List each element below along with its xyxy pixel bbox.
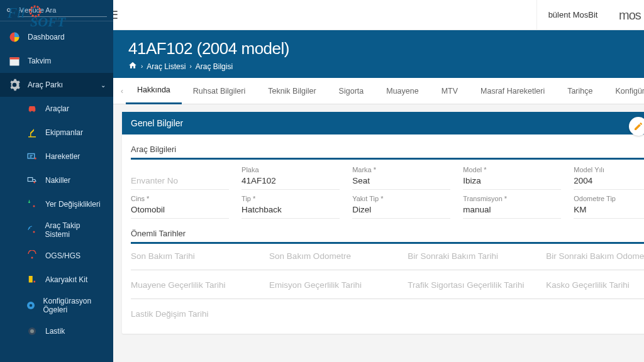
tab-mtv[interactable]: MTV <box>430 78 469 104</box>
sidebar-item-konfigurasyon[interactable]: Konfigürasyon Ögeleri <box>0 292 113 319</box>
sidebar-item-label: Hareketler <box>45 152 80 161</box>
sidebar-item-hareketler[interactable]: Hareketler <box>0 145 113 168</box>
field-value: Ibiza <box>463 175 561 190</box>
sidebar-menu: Dashboard Takvim Araç Parkı ⌄ Araçlar Ek… <box>0 21 113 362</box>
sidebar-item-akaryakit[interactable]: Akaryakıt Kit <box>0 268 113 292</box>
tab-teknik[interactable]: Teknik Bilgiler <box>257 78 327 104</box>
field-value: manual <box>463 204 561 219</box>
sidebar-item-label: Araç Takip Sistemi <box>45 221 106 239</box>
sidebar-item-label: Lastik <box>45 327 65 336</box>
calendar-icon <box>8 54 21 68</box>
field-sonraki-bakim-odom: Bir Sonraki Bakım Odometre <box>546 250 644 265</box>
field-label: Transmisyon * <box>463 195 561 202</box>
field-value: Envanter No <box>131 175 229 190</box>
sidebar-item-arac-takip[interactable]: Araç Takip Sistemi <box>0 216 113 244</box>
svg-text:Fil: Fil <box>8 4 25 21</box>
truck-icon <box>25 173 39 187</box>
field-value: Seat <box>352 175 450 190</box>
sidebar-item-ogs-hgs[interactable]: OGS/HGS <box>0 244 113 268</box>
tab-konfigurasyon[interactable]: Konfigürasyon <box>604 78 644 104</box>
breadcrumb: › Araç Listesi › Araç Bilgisi <box>128 61 644 72</box>
sidebar-item-yer-degisiklikleri[interactable]: Yer Değişiklikleri <box>0 192 113 216</box>
field-kasko: Kasko Geçerlilik Tarihi <box>546 279 644 293</box>
fields-row: Envanter No Plaka 41AF102 Marka * Seat M… <box>131 166 644 190</box>
fields-row: Son Bakım Tarihi Son Bakım Odometre Bir … <box>131 250 644 265</box>
sidebar-item-ekipmanlar[interactable]: Ekipmanlar <box>0 121 113 145</box>
sidebar-item-takvim[interactable]: Takvim <box>0 49 113 73</box>
sidebar-item-label: Konfigürasyon Ögeleri <box>43 297 106 314</box>
sidebar-item-araclar[interactable]: Araçlar <box>0 97 113 121</box>
user-menu[interactable]: bülent MosBit <box>536 0 609 30</box>
tab-sigorta[interactable]: Sigorta <box>328 78 375 104</box>
sidebar-submenu: Araçlar Ekipmanlar Hareketler Nakiller Y… <box>0 97 113 343</box>
pie-chart-icon <box>8 30 21 44</box>
sidebar-item-label: Yer Değişiklikleri <box>45 200 101 209</box>
field-plaka: Plaka 41AF102 <box>242 166 340 190</box>
field-label: Bir Sonraki Bakım Tarihi <box>408 250 533 265</box>
tab-muayene[interactable]: Muayene <box>375 78 430 104</box>
svg-rect-10 <box>29 276 33 283</box>
svg-point-9 <box>31 257 33 259</box>
content: Genel Bilgiler Araç Bilgileri Envanter N… <box>113 104 644 362</box>
svg-point-8 <box>33 231 35 233</box>
sidebar-item-label: Ekipmanlar <box>45 128 83 137</box>
tab-scroll-left[interactable]: ‹ <box>118 87 126 96</box>
field-muayene-gecerlilik: Muayene Geçerlilik Tarihi <box>131 279 257 293</box>
sidebar-item-nakiller[interactable]: Nakiller <box>0 168 113 192</box>
location-swap-icon <box>25 197 39 211</box>
fields-row: Muayene Geçerlilik Tarihi Emisyon Geçerl… <box>131 279 644 293</box>
tab-tarihce[interactable]: Tarihçe <box>556 78 604 104</box>
field-label: Trafik Sigortası Geçerlilik Tarihi <box>408 279 533 293</box>
field-sonraki-bakim-tarihi: Bir Sonraki Bakım Tarihi <box>408 250 533 265</box>
breadcrumb-item[interactable]: Araç Listesi <box>147 62 186 71</box>
sidebar-item-label: Akaryakıt Kit <box>45 275 87 284</box>
field-label: Muayene Geçerlilik Tarihi <box>131 279 257 293</box>
section-underline <box>131 158 644 160</box>
svg-point-15 <box>30 329 34 333</box>
field-value: Otomobil <box>131 204 229 219</box>
section-title: Önemli Tarihler <box>131 225 644 242</box>
svg-text:SOFT: SOFT <box>30 14 67 28</box>
chevron-down-icon: ⌄ <box>101 82 106 89</box>
transfer-icon <box>25 150 39 163</box>
home-icon[interactable] <box>128 61 137 72</box>
field-tip: Tip * Hatchback <box>242 195 340 219</box>
sidebar-item-label: Takvim <box>28 57 51 65</box>
field-label: Yakıt Tip * <box>352 195 450 202</box>
field-label: Emisyon Geçerlilik Tarihi <box>269 279 395 293</box>
sidebar-item-lastik[interactable]: Lastik <box>0 319 113 343</box>
tab-ruhsat[interactable]: Ruhsat Bilgileri <box>182 78 257 104</box>
sidebar: Dashboard Takvim Araç Parkı ⌄ Araçlar Ek… <box>0 0 113 362</box>
edit-button[interactable] <box>629 117 644 136</box>
divider <box>131 299 644 299</box>
field-label: Odometre Tip <box>574 195 644 202</box>
card-genel-bilgiler: Genel Bilgiler Araç Bilgileri Envanter N… <box>122 112 644 334</box>
topbar-right: bülent MosBit mosbit <box>536 0 644 30</box>
svg-point-13 <box>30 304 33 307</box>
tire-icon <box>25 324 39 338</box>
field-label: Bir Sonraki Bakım Odometre <box>546 250 644 265</box>
toll-icon <box>25 249 39 263</box>
main-area: FilSOFT ☰ bülent MosBit mosbit 41AF102 (… <box>113 0 644 362</box>
sidebar-item-label: OGS/HGS <box>45 251 80 260</box>
field-trafik-sigorta: Trafik Sigortası Geçerlilik Tarihi <box>408 279 533 293</box>
field-envanter: Envanter No <box>131 166 229 190</box>
topbar: FilSOFT ☰ bülent MosBit mosbit <box>113 0 644 30</box>
divider <box>131 270 644 270</box>
page-title: 41AF102 (2004 model) <box>128 39 644 58</box>
field-model-yili: Model Yılı 2004 <box>574 166 644 190</box>
svg-point-4 <box>35 158 36 160</box>
tab-masraf[interactable]: Masraf Hareketleri <box>469 78 556 104</box>
breadcrumb-item: Araç Bilgisi <box>196 62 233 71</box>
tab-hakkinda[interactable]: Hakkında <box>126 78 182 104</box>
svg-point-11 <box>33 281 35 283</box>
chevron-right-icon: › <box>141 63 143 70</box>
chevron-right-icon: › <box>189 63 191 70</box>
sidebar-item-arac-parki[interactable]: Araç Parkı ⌄ <box>0 73 113 97</box>
field-emisyon-gecerlilik: Emisyon Geçerlilik Tarihi <box>269 279 395 293</box>
field-value: 41AF102 <box>242 175 340 190</box>
svg-rect-2 <box>10 57 19 59</box>
fuel-icon <box>25 273 39 287</box>
field-odometre: Odometre Tip KM <box>574 195 644 219</box>
field-son-bakim-odom: Son Bakım Odometre <box>269 250 395 265</box>
